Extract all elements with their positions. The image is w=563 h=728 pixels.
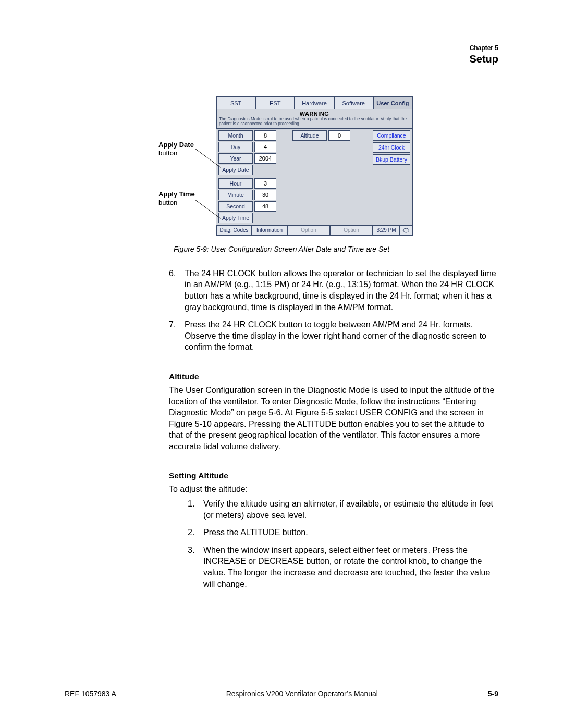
- hour-value: 3: [254, 178, 276, 189]
- year-button[interactable]: Year: [218, 153, 253, 164]
- figure-caption: Figure 5-9: User Configuration Screen Af…: [65, 245, 498, 253]
- list-item: 2. Press the ALTITUDE button.: [188, 527, 498, 538]
- altitude-button[interactable]: Altitude: [292, 130, 327, 141]
- setting-altitude-heading: Setting Altitude: [169, 471, 498, 482]
- setting-altitude-intro: To adjust the altitude:: [169, 484, 498, 495]
- footer-page-number: 5-9: [488, 689, 498, 698]
- user-config-screen: SST EST Hardware Software User Config WA…: [216, 96, 413, 236]
- option-button-2: Option: [330, 225, 373, 236]
- page-footer: REF 1057983 A Respironics V200 Ventilato…: [65, 686, 498, 698]
- instruction-list-a: 6. The 24 HR CLOCK button allows the ope…: [169, 268, 498, 353]
- tab-software[interactable]: Software: [334, 97, 373, 109]
- callout-apply-time: Apply Time button: [158, 190, 195, 207]
- warning-text: The Diagnostics Mode is not to be used w…: [219, 117, 410, 127]
- apply-date-button[interactable]: Apply Date: [218, 165, 253, 175]
- list-item: 1. Verify the altitude using an altimete…: [188, 498, 498, 521]
- day-value: 4: [254, 142, 276, 152]
- figure-area: Apply Date button Apply Time button SST …: [158, 96, 498, 236]
- altitude-heading: Altitude: [169, 372, 498, 382]
- month-button[interactable]: Month: [218, 130, 253, 141]
- warning-strip: WARNING The Diagnostics Mode is not to b…: [216, 109, 412, 129]
- chapter-title: Setup: [65, 53, 498, 65]
- tab-est[interactable]: EST: [255, 97, 295, 109]
- altitude-value: 0: [328, 130, 350, 141]
- minute-button[interactable]: Minute: [218, 190, 253, 200]
- tab-user-config[interactable]: User Config: [373, 97, 412, 109]
- second-value: 48: [254, 201, 276, 212]
- information-button[interactable]: Information: [252, 225, 287, 236]
- callout-apply-date: Apply Date button: [158, 141, 194, 158]
- minute-value: 30: [254, 190, 276, 200]
- warning-title: WARNING: [219, 110, 410, 117]
- tab-hardware[interactable]: Hardware: [295, 97, 334, 109]
- option-button-1: Option: [287, 225, 330, 236]
- time-display: 3:29 PM: [373, 225, 400, 236]
- diag-codes-button[interactable]: Diag. Codes: [216, 225, 252, 236]
- hour-button[interactable]: Hour: [218, 178, 253, 189]
- tab-sst[interactable]: SST: [216, 97, 255, 109]
- compliance-button[interactable]: Compliance: [373, 130, 410, 141]
- footer-title: Respironics V200 Ventilator Operator’s M…: [226, 689, 378, 698]
- chapter-label: Chapter 5: [65, 44, 498, 52]
- knob-icon[interactable]: [400, 225, 412, 236]
- month-value: 8: [254, 130, 276, 141]
- apply-time-button[interactable]: Apply Time: [218, 213, 253, 223]
- list-item: 7. Press the 24 HR CLOCK button to toggl…: [169, 319, 498, 353]
- second-button[interactable]: Second: [218, 201, 253, 212]
- list-item: 6. The 24 HR CLOCK button allows the ope…: [169, 268, 498, 313]
- altitude-para: The User Configuration screen in the Dia…: [169, 385, 498, 452]
- tabs-row: SST EST Hardware Software User Config: [216, 97, 412, 109]
- 24hr-clock-button[interactable]: 24hr Clock: [373, 142, 410, 153]
- list-item: 3. When the window insert appears, selec…: [188, 545, 498, 589]
- year-value: 2004: [254, 153, 276, 164]
- day-button[interactable]: Day: [218, 142, 253, 152]
- bkup-battery-button[interactable]: Bkup Battery: [373, 154, 410, 165]
- footer-ref: REF 1057983 A: [65, 689, 116, 698]
